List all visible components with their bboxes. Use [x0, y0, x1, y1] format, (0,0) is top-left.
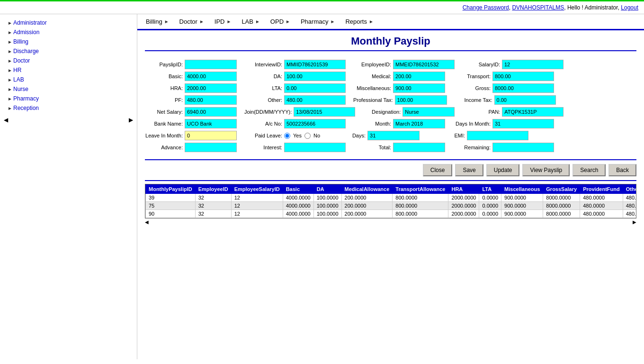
da-input[interactable]	[284, 72, 346, 81]
view-payslip-button[interactable]: View Payslip	[522, 164, 570, 176]
ac-no-input[interactable]	[284, 119, 346, 128]
table-cell: 2000.0000	[448, 202, 479, 210]
nav-arrow-icon: ►	[255, 19, 260, 24]
sidebar-item-administrator[interactable]: ► Administrator	[0, 18, 137, 27]
sidebar-scroll-right[interactable]: ▶	[129, 117, 133, 123]
income-tax-input[interactable]	[494, 95, 556, 105]
nav-arrow-icon: ►	[330, 19, 335, 24]
total-input[interactable]	[393, 143, 445, 152]
interest-input[interactable]	[284, 143, 346, 152]
table-cell: 800.0000	[393, 202, 448, 210]
medical-input[interactable]	[393, 72, 445, 81]
table-row[interactable]: 3932124000.0000100.0000200.0000800.00002…	[146, 194, 637, 202]
ac-no-group: A/c No:	[244, 119, 346, 128]
table-header-cell: LTA	[479, 185, 501, 194]
days-label: Days:	[328, 133, 366, 138]
table-row[interactable]: 7532124000.0000100.0000200.0000800.00002…	[146, 202, 637, 210]
lta-input[interactable]	[284, 83, 346, 93]
month-label: Month:	[353, 121, 391, 127]
professional-tax-input[interactable]	[395, 95, 447, 105]
form-section: PayslipID: InterviewID: EmployeeID: Sala…	[145, 55, 636, 160]
back-button[interactable]: Back	[608, 164, 636, 176]
nav-bar: Billing ► Doctor ► IPD ► LAB ► OPD ► Pha…	[137, 14, 644, 30]
sidebar-item-doctor[interactable]: ► Doctor	[0, 56, 137, 65]
gross-input[interactable]	[492, 83, 554, 93]
sidebar-scroll-left[interactable]: ◀	[4, 117, 8, 123]
employee-id-input[interactable]	[393, 60, 455, 69]
days-input[interactable]	[367, 131, 420, 140]
net-salary-input[interactable]	[185, 107, 237, 117]
sidebar-item-billing[interactable]: ► Billing	[0, 37, 137, 46]
scroll-left-arrow[interactable]: ◀	[145, 219, 149, 225]
table-cell: 12	[231, 194, 283, 202]
table-header-cell: HRA	[448, 185, 479, 194]
other-input[interactable]	[284, 95, 346, 105]
sidebar-label: Admission	[13, 29, 39, 36]
pf-input[interactable]	[185, 95, 237, 105]
designation-label: Designation:	[363, 109, 401, 115]
sidebar-item-discharge[interactable]: ► Discharge	[0, 46, 137, 56]
data-table: MonthlyPayslipIDEmployeeIDEmployeeSalary…	[145, 184, 636, 218]
interview-id-input[interactable]	[284, 60, 346, 69]
table-cell: 480.0000	[580, 194, 623, 202]
join-date-group: Join(DD/MM/YYYY):	[244, 107, 355, 117]
system-link[interactable]: DVNAHOSPITALMS	[512, 4, 564, 11]
table-cell: 480.0000	[623, 194, 636, 202]
nav-opd[interactable]: OPD ►	[266, 16, 295, 27]
advance-input[interactable]	[185, 143, 237, 152]
arrow-icon: ►	[8, 106, 13, 111]
table-header-cell: GrossSalary	[543, 185, 580, 194]
sidebar-item-lab[interactable]: ► LAB	[0, 75, 137, 84]
table-cell: 39	[146, 194, 196, 202]
hra-input[interactable]	[185, 83, 237, 93]
payslip-id-input[interactable]	[185, 60, 237, 69]
salary-id-input[interactable]	[502, 60, 564, 69]
gross-group: Gross:	[453, 83, 554, 93]
days-in-month-input[interactable]	[492, 119, 554, 128]
save-button[interactable]: Save	[455, 164, 483, 176]
remaining-group: Remaining:	[453, 143, 554, 152]
paid-leave-no-radio[interactable]	[304, 133, 311, 139]
join-date-input[interactable]	[294, 107, 355, 117]
sidebar-item-admission[interactable]: ► Admission	[0, 27, 137, 37]
leave-in-month-input[interactable]	[185, 131, 237, 140]
search-button[interactable]: Search	[572, 164, 606, 176]
table-row[interactable]: 9032124000.0000100.0000200.0000800.00002…	[146, 210, 637, 218]
sidebar-item-reception[interactable]: ► Reception	[0, 103, 137, 113]
scroll-right-arrow[interactable]: ▶	[633, 219, 636, 225]
table-cell: 12	[231, 202, 283, 210]
other-label: Other:	[244, 97, 282, 103]
transport-input[interactable]	[492, 72, 554, 81]
nav-doctor[interactable]: Doctor ►	[175, 16, 209, 27]
nav-pharmacy[interactable]: Pharmacy ►	[296, 16, 340, 27]
basic-input[interactable]	[185, 72, 237, 81]
remaining-input[interactable]	[492, 143, 554, 152]
miscellaneous-input[interactable]	[393, 83, 445, 93]
close-button[interactable]: Close	[423, 164, 453, 176]
sidebar-item-nurse[interactable]: ► Nurse	[0, 84, 137, 94]
basic-label: Basic:	[145, 73, 183, 79]
table-cell: 32	[195, 202, 231, 210]
change-password-link[interactable]: Change Password	[463, 4, 509, 11]
emi-input[interactable]	[467, 131, 528, 140]
month-input[interactable]	[393, 119, 445, 128]
table-cell: 900.0000	[501, 202, 543, 210]
sidebar-item-hr[interactable]: ► HR	[0, 65, 137, 75]
sidebar-item-pharmacy[interactable]: ► Pharmacy	[0, 94, 137, 103]
table-cell: 75	[146, 202, 196, 210]
bank-name-input[interactable]	[185, 119, 237, 128]
nav-ipd[interactable]: IPD ►	[210, 16, 236, 27]
logout-link[interactable]: Logout	[621, 4, 638, 11]
nav-arrow-icon: ►	[226, 19, 231, 24]
remaining-label: Remaining:	[453, 145, 491, 150]
pf-label: PF:	[145, 97, 183, 103]
leave-in-month-label: Leave In Month:	[145, 133, 183, 138]
nav-reports[interactable]: Reports ►	[340, 16, 378, 27]
nav-billing[interactable]: Billing ►	[141, 16, 174, 27]
nav-lab[interactable]: LAB ►	[237, 16, 264, 27]
update-button[interactable]: Update	[486, 164, 520, 176]
pan-input[interactable]	[502, 107, 564, 117]
designation-input[interactable]	[402, 107, 455, 117]
paid-leave-yes-radio[interactable]	[284, 133, 290, 139]
employee-id-label: EmployeeID:	[353, 62, 391, 67]
